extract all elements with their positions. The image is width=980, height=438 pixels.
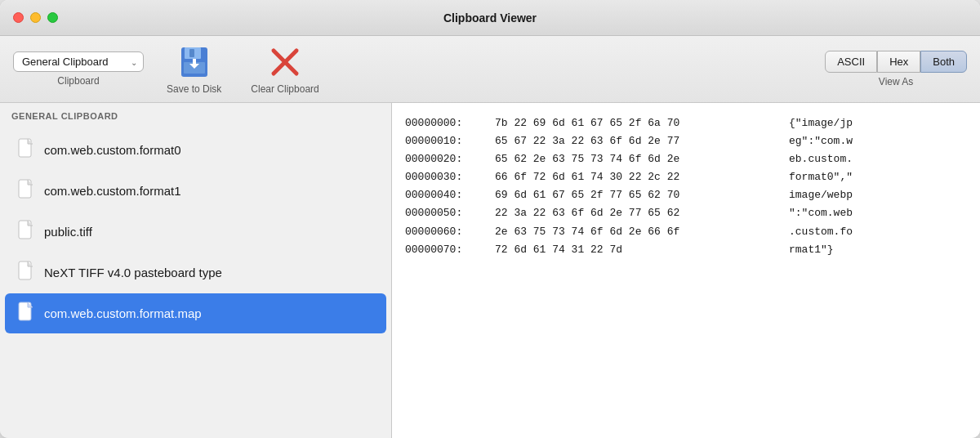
sidebar: GENERAL CLIPBOARD com.web.custom.format0 [0,103,392,438]
hex-bytes-2: 65 62 2e 63 75 73 74 6f 6d 2e [495,150,789,168]
clear-clipboard-button[interactable]: Clear Clipboard [244,41,325,98]
file-icon-format0 [18,138,34,162]
hex-row-2: 00000020: 65 62 2e 63 75 73 74 6f 6d 2e … [405,150,967,168]
hex-bytes-4: 69 6d 61 67 65 2f 77 65 62 70 [495,186,789,204]
hex-row-5: 00000050: 22 3a 22 63 6f 6d 2e 77 65 62 … [405,204,967,222]
hex-offset-3: 00000030: [405,168,495,186]
view-as-label: View As [879,76,913,87]
main-content: GENERAL CLIPBOARD com.web.custom.format0 [0,103,980,438]
list-item-label-next: NeXT TIFF v4.0 pasteboard type [44,266,222,279]
hex-ascii-1: eg":"com.w [789,132,853,150]
save-label: Save to Disk [167,83,221,95]
clipboard-select-wrapper[interactable]: General Clipboard ⌄ [13,51,144,72]
maximize-button[interactable] [47,12,58,23]
hex-offset-4: 00000040: [405,186,495,204]
file-icon-format1 [18,179,34,203]
hex-view[interactable]: 00000000: 7b 22 69 6d 61 67 65 2f 6a 70 … [392,103,980,438]
view-as-hex-button[interactable]: Hex [877,51,920,73]
hex-offset-2: 00000020: [405,150,495,168]
view-as-both-button[interactable]: Both [920,51,967,73]
list-item-tiff[interactable]: public.tiff [5,212,386,252]
hex-ascii-7: rmat1"} [789,241,834,259]
hex-ascii-4: image/webp [789,186,853,204]
list-item-next[interactable]: NeXT TIFF v4.0 pasteboard type [5,253,386,293]
svg-rect-5 [193,59,196,65]
hex-row-0: 00000000: 7b 22 69 6d 61 67 65 2f 6a 70 … [405,114,967,132]
minimize-button[interactable] [30,12,41,23]
view-as-ascii-button[interactable]: ASCII [825,51,877,73]
main-window: Clipboard Viewer General Clipboard ⌄ Cli… [0,0,980,438]
clear-button-group: Clear Clipboard [244,41,325,98]
hex-ascii-6: .custom.fo [789,223,853,241]
file-icon-map [18,302,34,325]
hex-row-1: 00000010: 65 67 22 3a 22 63 6f 6d 2e 77 … [405,132,967,150]
toolbar: General Clipboard ⌄ Clipboard [0,36,980,103]
hex-bytes-3: 66 6f 72 6d 61 74 30 22 2c 22 [495,168,789,186]
list-item-map[interactable]: com.web.custom.format.map [5,293,386,333]
hex-row-4: 00000040: 69 6d 61 67 65 2f 77 65 62 70 … [405,186,967,204]
hex-row-7: 00000070: 72 6d 61 74 31 22 7d rmat1"} [405,241,967,259]
file-icon-tiff [18,220,34,244]
save-to-disk-button[interactable]: Save to Disk [160,41,228,98]
hex-row-3: 00000030: 66 6f 72 6d 61 74 30 22 2c 22 … [405,168,967,186]
list-item-label-format1: com.web.custom.format1 [44,184,181,198]
svg-rect-2 [189,49,194,57]
title-bar: Clipboard Viewer [0,0,980,36]
list-item-label-tiff: public.tiff [44,225,92,239]
view-as-group: ASCII Hex Both View As [825,51,967,87]
hex-ascii-5: ":"com.web [789,204,853,222]
hex-offset-7: 00000070: [405,241,495,259]
hex-ascii-0: {"image/jp [789,114,853,132]
save-icon [176,44,212,80]
hex-bytes-1: 65 67 22 3a 22 63 6f 6d 2e 77 [495,132,789,150]
hex-ascii-3: format0"," [789,168,853,186]
save-button-group: Save to Disk [160,41,228,98]
sidebar-list[interactable]: com.web.custom.format0 com.web.custom.fo… [0,126,391,438]
clipboard-selector-group: General Clipboard ⌄ Clipboard [13,51,144,87]
traffic-lights [13,12,58,23]
hex-offset-5: 00000050: [405,204,495,222]
clipboard-label: Clipboard [57,75,99,87]
list-item-label-map: com.web.custom.format.map [44,306,202,320]
list-item-label-format0: com.web.custom.format0 [44,143,181,157]
list-item-format0[interactable]: com.web.custom.format0 [5,130,386,170]
hex-bytes-7: 72 6d 61 74 31 22 7d [495,241,789,259]
clear-icon [267,44,303,80]
window-title: Clipboard Viewer [443,11,537,25]
list-item-format1[interactable]: com.web.custom.format1 [5,171,386,211]
close-button[interactable] [13,12,24,23]
file-icon-next [18,261,34,284]
hex-offset-0: 00000000: [405,114,495,132]
view-as-buttons: ASCII Hex Both [825,51,967,73]
hex-bytes-5: 22 3a 22 63 6f 6d 2e 77 65 62 [495,204,789,222]
hex-bytes-6: 2e 63 75 73 74 6f 6d 2e 66 6f [495,223,789,241]
sidebar-header: GENERAL CLIPBOARD [0,103,391,126]
hex-offset-6: 00000060: [405,223,495,241]
clear-label: Clear Clipboard [251,83,318,95]
hex-ascii-2: eb.custom. [789,150,853,168]
hex-bytes-0: 7b 22 69 6d 61 67 65 2f 6a 70 [495,114,789,132]
clipboard-select[interactable]: General Clipboard [13,51,144,72]
hex-row-6: 00000060: 2e 63 75 73 74 6f 6d 2e 66 6f … [405,223,967,241]
hex-offset-1: 00000010: [405,132,495,150]
